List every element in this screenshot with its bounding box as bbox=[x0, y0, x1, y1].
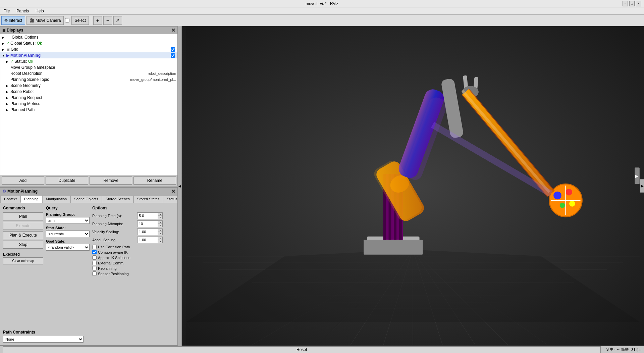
velocity-scaling-down[interactable]: ▼ bbox=[158, 232, 162, 235]
viewport-right-arrow[interactable]: ▶ bbox=[640, 179, 644, 193]
expand-arrow-global-status[interactable]: ▶ bbox=[2, 42, 6, 45]
tab-stored-scenes[interactable]: Stored Scenes bbox=[102, 195, 133, 203]
tree-item-motionplanning[interactable]: ▼ ▶ MotionPlanning bbox=[0, 52, 177, 58]
scene-3d-background: ▶ bbox=[182, 26, 644, 346]
tree-item-planned-path[interactable]: ▶ Planned Path bbox=[0, 107, 177, 113]
status-ok-icon: ✓ bbox=[10, 59, 13, 64]
expand-arrow-planned-path[interactable]: ▶ bbox=[6, 108, 10, 112]
collision-ik-checkbox[interactable] bbox=[92, 250, 97, 254]
planning-attempts-label: Planning Attempts: bbox=[92, 222, 136, 226]
motionplanning-checkbox[interactable] bbox=[171, 53, 175, 58]
select-checkbox[interactable] bbox=[65, 18, 69, 22]
displays-tree: ▶ Global Options ▶ ✓ Global Status: Ok ▶… bbox=[0, 34, 177, 155]
planning-time-down[interactable]: ▼ bbox=[158, 216, 162, 219]
query-column: Query Planning Group: arm Start State: <… bbox=[46, 206, 90, 326]
add-display-button[interactable]: + bbox=[93, 16, 102, 25]
tree-item-global-status[interactable]: ▶ ✓ Global Status: Ok bbox=[0, 40, 177, 46]
planning-attempts-spinbox: ▲ ▼ bbox=[137, 220, 163, 227]
minimize-button[interactable]: − bbox=[623, 1, 628, 6]
execute-button[interactable]: Execute bbox=[3, 222, 43, 230]
approx-ik-checkbox[interactable] bbox=[92, 255, 97, 260]
expand-arrow-planning-request[interactable]: ▶ bbox=[6, 96, 10, 100]
maximize-button[interactable]: □ bbox=[629, 1, 635, 6]
replanning-label: Replanning bbox=[98, 266, 117, 270]
external-comm-checkbox[interactable] bbox=[92, 261, 97, 265]
planning-time-input[interactable] bbox=[138, 213, 158, 219]
expand-arrow-status[interactable]: ▶ bbox=[6, 60, 10, 63]
accel-scaling-spinbox: ▲ ▼ bbox=[137, 237, 163, 243]
close-button[interactable]: × bbox=[636, 1, 641, 6]
clear-octomap-button[interactable]: Clear octomap bbox=[3, 257, 43, 264]
goal-state-select[interactable]: <random valid> bbox=[46, 244, 90, 251]
panel-collapse-handle[interactable]: ◀ bbox=[178, 26, 182, 346]
duplicate-button[interactable]: Duplicate bbox=[46, 176, 88, 185]
planning-time-label: Planning Time (s): bbox=[92, 214, 136, 218]
reset-button[interactable]: Reset bbox=[3, 346, 601, 353]
motion-planning-panel-close[interactable]: ✕ bbox=[171, 189, 175, 194]
arrow-button[interactable]: ↗ bbox=[113, 16, 122, 25]
plan-button[interactable]: Plan bbox=[3, 212, 43, 220]
executed-label: Executed bbox=[3, 252, 43, 257]
window-title: moveit.rviz* - RViz bbox=[306, 1, 338, 6]
grid-checkbox[interactable] bbox=[171, 47, 175, 52]
planning-attempts-input[interactable] bbox=[138, 221, 158, 227]
velocity-scaling-up[interactable]: ▲ bbox=[158, 229, 162, 232]
viewport-3d[interactable]: ▶ ▶ bbox=[182, 26, 644, 346]
accel-scaling-input[interactable] bbox=[138, 237, 158, 243]
tree-item-scene-robot[interactable]: ▶ Scene Robot bbox=[0, 89, 177, 95]
tree-item-move-group[interactable]: ▶ Move Group Namespace bbox=[0, 64, 177, 70]
tab-context[interactable]: Context bbox=[0, 195, 20, 203]
remove-display-button[interactable]: − bbox=[103, 16, 112, 25]
tab-planning[interactable]: Planning bbox=[20, 195, 42, 203]
replanning-checkbox[interactable] bbox=[92, 266, 97, 270]
tree-item-planning-request[interactable]: ▶ Planning Request bbox=[0, 95, 177, 101]
planning-time-up[interactable]: ▲ bbox=[158, 213, 162, 216]
use-cartesian-checkbox[interactable] bbox=[92, 245, 97, 249]
remove-button[interactable]: Remove bbox=[90, 176, 132, 185]
start-state-select[interactable]: <current> bbox=[46, 231, 90, 237]
tree-item-grid[interactable]: ▶ ⊞ Grid bbox=[0, 46, 177, 52]
menu-file[interactable]: File bbox=[1, 8, 12, 14]
sensor-positioning-checkbox[interactable] bbox=[92, 271, 97, 276]
velocity-scaling-label: Velocity Scaling: bbox=[92, 230, 136, 234]
accel-scaling-label: Accel. Scaling: bbox=[92, 238, 136, 242]
main-layout: ▤ Displays ✕ ▶ Global Options ▶ ✓ Global… bbox=[0, 26, 644, 346]
tree-item-status[interactable]: ▶ ✓ Status: Ok bbox=[0, 58, 177, 64]
interact-button[interactable]: ✥ Interact bbox=[1, 16, 25, 25]
menu-panels[interactable]: Panels bbox=[14, 8, 31, 14]
tree-item-scene-geometry[interactable]: ▶ Scene Geometry bbox=[0, 83, 177, 89]
planning-attempts-down[interactable]: ▼ bbox=[158, 224, 162, 227]
expand-arrow-scene-robot[interactable]: ▶ bbox=[6, 90, 10, 94]
plan-execute-button[interactable]: Plan & Execute bbox=[3, 231, 43, 239]
tree-item-global-options[interactable]: ▶ Global Options bbox=[0, 34, 177, 40]
expand-arrow-grid[interactable]: ▶ bbox=[2, 48, 6, 51]
stop-button[interactable]: Stop bbox=[3, 241, 43, 249]
tree-item-planning-scene-topic[interactable]: ▶ Planning Scene Topic move_group/monito… bbox=[0, 77, 177, 83]
planning-attempts-row: Planning Attempts: ▲ ▼ bbox=[92, 220, 175, 227]
rename-button[interactable]: Rename bbox=[133, 176, 176, 185]
expand-arrow-scene-geometry[interactable]: ▶ bbox=[6, 84, 10, 88]
sphere-yellow-circle bbox=[569, 201, 575, 207]
expand-arrow-motionplanning[interactable]: ▼ bbox=[2, 54, 6, 57]
tab-scene-objects[interactable]: Scene Objects bbox=[70, 195, 102, 203]
move-camera-button[interactable]: 🎥 Move Camera bbox=[26, 16, 64, 25]
motion-planning-panel-header: ⚙ MotionPlanning ✕ bbox=[0, 188, 177, 195]
path-constraints-select[interactable]: None bbox=[3, 336, 84, 343]
tab-status[interactable]: Status bbox=[163, 195, 177, 203]
accel-scaling-down[interactable]: ▼ bbox=[158, 240, 162, 243]
planning-group-select[interactable]: arm bbox=[46, 217, 90, 224]
expand-arrow-planning-metrics[interactable]: ▶ bbox=[6, 102, 10, 106]
displays-panel-close[interactable]: ✕ bbox=[171, 28, 175, 33]
planning-attempts-up[interactable]: ▲ bbox=[158, 221, 162, 224]
velocity-scaling-input[interactable] bbox=[138, 229, 158, 235]
accel-scaling-up[interactable]: ▲ bbox=[158, 237, 162, 240]
tree-item-planning-metrics[interactable]: ▶ Planning Metrics bbox=[0, 101, 177, 107]
tab-manipulation[interactable]: Manipulation bbox=[42, 195, 70, 203]
tree-item-robot-description[interactable]: ▶ Robot Description robot_description bbox=[0, 70, 177, 77]
select-button[interactable]: Select bbox=[71, 16, 89, 25]
tab-stored-states[interactable]: Stored States bbox=[133, 195, 163, 203]
add-button[interactable]: Add bbox=[2, 176, 44, 185]
expand-arrow-global-options[interactable]: ▶ bbox=[2, 36, 6, 39]
menu-help[interactable]: Help bbox=[34, 8, 46, 14]
displays-icon: ▤ bbox=[2, 29, 5, 32]
